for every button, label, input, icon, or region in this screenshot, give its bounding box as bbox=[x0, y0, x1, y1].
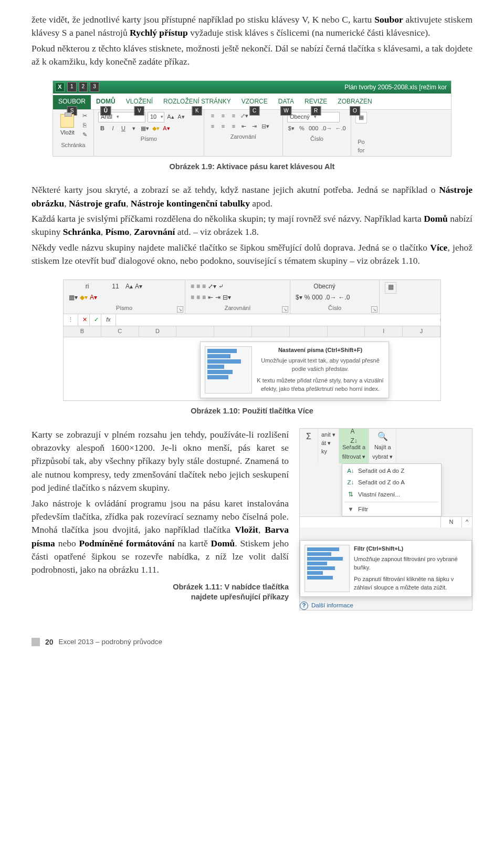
copy-icon[interactable]: ⎘ bbox=[81, 121, 89, 130]
increase-indent-icon[interactable]: ⇥ bbox=[250, 122, 259, 131]
menu-item-filter[interactable]: ▼Filtr bbox=[342, 503, 441, 515]
keytip-3: 3 bbox=[90, 82, 99, 92]
column-headers: B C D I J bbox=[64, 326, 440, 337]
fill-color-icon[interactable]: ◆▾ bbox=[80, 293, 88, 302]
tooltip-title: Filtr (Ctrl+Shift+L) bbox=[354, 545, 467, 553]
align-top-icon[interactable]: ≡ bbox=[208, 112, 217, 120]
menu-item-custom-sort[interactable]: ⇅Vlastní řazení... bbox=[342, 489, 441, 501]
quick-access-toolbar: X 1 2 3 Plán tvorby 2005-2008.xls [režim… bbox=[53, 81, 451, 94]
tab-soubor[interactable]: SOUBORS bbox=[53, 95, 91, 109]
body-paragraph: žete vidět, že jednotlivé karty jsou pří… bbox=[32, 13, 472, 40]
tooltip-text: Umožňuje upravit text tak, aby vypadal p… bbox=[256, 357, 384, 374]
menu-item-sort-az[interactable]: A↓Seřadit od A do Z bbox=[342, 465, 441, 477]
percent-icon[interactable]: % bbox=[298, 125, 306, 133]
group-cislo: Obecný $▾ % 000 .0→ ←.0 Číslo bbox=[283, 110, 351, 156]
sort-az-icon: A↓ bbox=[346, 467, 355, 475]
decrease-indent-icon[interactable]: ⇤ bbox=[240, 122, 248, 131]
figure-1-11: Σ anit ▾ át ▾ ky AZ↓ Seřadit a filtrovat… bbox=[299, 428, 472, 610]
fill-color-icon[interactable]: ◆▾ bbox=[152, 125, 160, 133]
bold-button[interactable]: B bbox=[98, 125, 107, 133]
decrease-font-icon[interactable]: A▾ bbox=[135, 282, 142, 291]
ribbon-editing-group: Σ anit ▾ át ▾ ky AZ↓ Seřadit a filtrovat… bbox=[300, 429, 472, 463]
italic-button[interactable]: I bbox=[109, 125, 117, 133]
underline-button[interactable]: U bbox=[119, 125, 128, 133]
font-size-combo[interactable]: 10 bbox=[148, 112, 164, 122]
font-size-combo[interactable]: 11 bbox=[108, 282, 123, 291]
orientation-icon[interactable]: ⤢▾ bbox=[240, 112, 249, 120]
wrap-text-icon[interactable]: ⤶ bbox=[218, 282, 224, 291]
help-icon: ? bbox=[300, 602, 308, 610]
tab-zobrazeni[interactable]: ZOBRAZENO bbox=[332, 95, 377, 109]
font-color-icon[interactable]: A▾ bbox=[162, 125, 171, 133]
tab-vzorce[interactable]: VZORCEC bbox=[236, 95, 273, 109]
align-right-icon[interactable]: ≡ bbox=[229, 122, 238, 131]
font-color-icon[interactable]: A▾ bbox=[90, 293, 97, 302]
increase-decimal-icon[interactable]: .0→ bbox=[321, 125, 332, 133]
confirm-icon[interactable]: ✓ bbox=[90, 314, 101, 326]
tooltip-text: Po zapnutí filtrování klikněte na šipku … bbox=[354, 575, 467, 592]
sort-filter-button[interactable]: AZ↓ Seřadit a filtrovat ▾ bbox=[339, 429, 370, 463]
book-title: Excel 2013 – podrobný průvodce bbox=[59, 637, 162, 647]
merge-icon[interactable]: ⊟▾ bbox=[223, 293, 231, 302]
tooltip-text: K textu můžete přidat různé styly, barvy… bbox=[256, 377, 384, 394]
ribbon-tabs: SOUBORS DOMŮŮ VLOŽENÍV ROZLOŽENÍ STRÁNKY… bbox=[53, 94, 451, 110]
increase-font-icon[interactable]: A▴ bbox=[125, 282, 133, 291]
keytip-1: 1 bbox=[67, 82, 77, 92]
column-header-n[interactable]: N bbox=[440, 517, 461, 527]
borders-icon[interactable]: ▦▾ bbox=[69, 293, 78, 302]
font-name-combo[interactable]: ri bbox=[69, 282, 106, 291]
formula-input[interactable] bbox=[116, 318, 440, 322]
group-zarovnani: ≡≡≡ ⤢▾ ⤶ ≡≡≡ ⇤⇥ ⊟▾ Zarovnání ↘ bbox=[185, 280, 290, 314]
keytip-2: 2 bbox=[79, 82, 88, 92]
align-middle-icon[interactable]: ≡ bbox=[219, 112, 227, 120]
decrease-decimal-icon[interactable]: ←.0 bbox=[334, 125, 346, 133]
menu-item-sort-za[interactable]: Z↓Seřadit od Z do A bbox=[342, 477, 441, 489]
group-cislo: Obecný $▾ % 000 .0→ ←.0 Číslo ↘ bbox=[290, 280, 380, 314]
align-center-icon[interactable]: ≡ bbox=[219, 122, 227, 131]
align-left-icon[interactable]: ≡ bbox=[208, 122, 217, 131]
clipboard-icon bbox=[60, 114, 74, 128]
tooltip-thumbnail bbox=[205, 346, 252, 394]
tooltip-font-settings: Nastavení písma (Ctrl+Shift+F) Umožňuje … bbox=[200, 341, 389, 398]
autosum-button[interactable]: Σ bbox=[300, 429, 318, 463]
page-footer: 20 Excel 2013 – podrobný průvodce bbox=[32, 637, 472, 647]
ribbon-excel: X 1 2 3 Plán tvorby 2005-2008.xls [režim… bbox=[52, 80, 452, 157]
fx-icon[interactable]: fx bbox=[101, 314, 116, 326]
tab-vlozeni[interactable]: VLOŽENÍV bbox=[121, 95, 158, 109]
cancel-icon[interactable]: ✕ bbox=[78, 314, 90, 326]
comma-icon[interactable]: 000 bbox=[308, 125, 319, 133]
cut-icon[interactable]: ✂ bbox=[81, 112, 89, 120]
body-paragraph: Každá karta je svislými příčkami rozděle… bbox=[32, 212, 472, 239]
group-truncated: ▦ Po for bbox=[351, 110, 368, 156]
paste-button[interactable]: Vložit bbox=[57, 112, 78, 139]
sort-za-icon: Z↓ bbox=[346, 478, 355, 487]
dialog-launcher-button[interactable]: ↘ bbox=[282, 306, 288, 313]
increase-font-icon[interactable]: A▴ bbox=[166, 113, 175, 121]
dialog-launcher-button[interactable]: ↘ bbox=[177, 306, 183, 313]
figure-1-9: X 1 2 3 Plán tvorby 2005-2008.xls [režim… bbox=[32, 80, 472, 172]
currency-icon[interactable]: $▾ bbox=[287, 125, 296, 133]
dialog-launcher-button[interactable]: ↘ bbox=[371, 306, 377, 313]
borders-icon[interactable]: ▦▾ bbox=[140, 125, 150, 133]
sort-filter-menu: A↓Seřadit od A do Z Z↓Seřadit od Z do A … bbox=[342, 463, 442, 517]
figure-caption: Obrázek 1.9: Aktivace pásu karet kláveso… bbox=[32, 162, 472, 172]
figure-caption: Obrázek 1.10: Použití tlačítka Více bbox=[32, 406, 472, 417]
group-pismo: Arial 10 A▴ A▾ B I U ▾ ▦▾ ◆▾ A▾ Písmo bbox=[94, 110, 204, 156]
decrease-font-icon[interactable]: A▾ bbox=[177, 113, 185, 121]
sort-icon: AZ↓ bbox=[348, 431, 360, 442]
number-format-combo[interactable]: Obecný bbox=[296, 282, 353, 291]
tab-revize[interactable]: REVIZER bbox=[299, 95, 332, 109]
body-paragraph: Někdy vedle názvu skupiny najdete maličk… bbox=[32, 241, 472, 268]
merge-icon[interactable]: ⊟▾ bbox=[261, 122, 270, 131]
align-bottom-icon[interactable]: ≡ bbox=[229, 112, 238, 120]
custom-sort-icon: ⇅ bbox=[346, 490, 355, 499]
more-info-link[interactable]: ? Další informace bbox=[300, 601, 472, 610]
find-select-button[interactable]: 🔍 Najít a vybrat ▾ bbox=[369, 429, 396, 463]
page-number: 20 bbox=[45, 637, 54, 647]
tab-rozlozeni-stranky[interactable]: ROZLOŽENÍ STRÁNKYK bbox=[158, 95, 236, 109]
tab-data[interactable]: DATAW bbox=[273, 95, 299, 109]
tooltip-text: Umožňuje zapnout filtrování pro vybrané … bbox=[354, 555, 467, 572]
format-painter-icon[interactable]: ✎ bbox=[81, 131, 89, 139]
collapse-ribbon-icon[interactable]: ^ bbox=[461, 517, 472, 527]
tab-domu[interactable]: DOMŮŮ bbox=[91, 95, 121, 109]
